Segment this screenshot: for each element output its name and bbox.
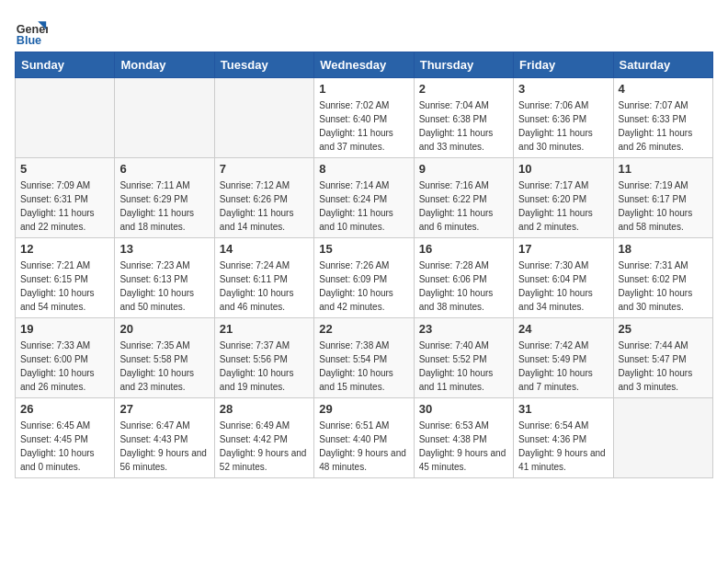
day-info: Sunrise: 6:54 AM Sunset: 4:36 PM Dayligh… (518, 419, 608, 474)
day-number: 23 (419, 322, 508, 336)
table-row: 10Sunrise: 7:17 AM Sunset: 6:20 PM Dayli… (514, 158, 613, 238)
day-info: Sunrise: 7:09 AM Sunset: 6:31 PM Dayligh… (20, 178, 109, 234)
day-info: Sunrise: 7:17 AM Sunset: 6:20 PM Dayligh… (518, 178, 608, 234)
day-info: Sunrise: 6:49 AM Sunset: 4:42 PM Dayligh… (220, 419, 309, 474)
table-row: 30Sunrise: 6:53 AM Sunset: 4:38 PM Dayli… (414, 398, 513, 478)
table-row: 24Sunrise: 7:42 AM Sunset: 5:49 PM Dayli… (514, 318, 613, 398)
day-info: Sunrise: 7:11 AM Sunset: 6:29 PM Dayligh… (119, 178, 209, 234)
logo: General Blue (15, 15, 51, 48)
table-row: 5Sunrise: 7:09 AM Sunset: 6:31 PM Daylig… (16, 158, 115, 238)
logo-icon: General Blue (15, 15, 48, 48)
calendar-week-row: 1Sunrise: 7:02 AM Sunset: 6:40 PM Daylig… (16, 78, 713, 158)
day-info: Sunrise: 7:23 AM Sunset: 6:13 PM Dayligh… (119, 259, 209, 314)
page-header: General Blue (15, 15, 713, 48)
day-number: 26 (20, 402, 109, 416)
table-row: 17Sunrise: 7:30 AM Sunset: 6:04 PM Dayli… (514, 238, 613, 318)
day-number: 31 (518, 402, 608, 416)
day-number: 13 (119, 242, 209, 256)
svg-text:Blue: Blue (17, 34, 41, 47)
day-number: 6 (119, 162, 209, 176)
table-row: 11Sunrise: 7:19 AM Sunset: 6:17 PM Dayli… (613, 158, 712, 238)
day-number: 29 (319, 402, 408, 416)
day-number: 9 (419, 162, 508, 176)
day-number: 1 (319, 82, 408, 96)
day-number: 4 (619, 82, 708, 96)
day-info: Sunrise: 7:33 AM Sunset: 6:00 PM Dayligh… (20, 339, 109, 394)
day-info: Sunrise: 7:14 AM Sunset: 6:24 PM Dayligh… (319, 178, 408, 234)
table-row: 28Sunrise: 6:49 AM Sunset: 4:42 PM Dayli… (214, 398, 313, 478)
calendar-week-row: 5Sunrise: 7:09 AM Sunset: 6:31 PM Daylig… (16, 158, 713, 238)
day-info: Sunrise: 7:26 AM Sunset: 6:09 PM Dayligh… (319, 259, 408, 314)
table-row: 6Sunrise: 7:11 AM Sunset: 6:29 PM Daylig… (115, 158, 214, 238)
header-row: SundayMondayTuesdayWednesdayThursdayFrid… (16, 52, 713, 78)
calendar-week-row: 19Sunrise: 7:33 AM Sunset: 6:00 PM Dayli… (16, 318, 713, 398)
day-info: Sunrise: 7:16 AM Sunset: 6:22 PM Dayligh… (419, 178, 508, 234)
day-header-sunday: Sunday (16, 52, 115, 78)
table-row: 27Sunrise: 6:47 AM Sunset: 4:43 PM Dayli… (115, 398, 214, 478)
day-number: 12 (20, 242, 109, 256)
day-header-tuesday: Tuesday (214, 52, 313, 78)
day-number: 3 (518, 82, 608, 96)
day-number: 17 (518, 242, 608, 256)
day-info: Sunrise: 7:30 AM Sunset: 6:04 PM Dayligh… (518, 259, 608, 314)
day-info: Sunrise: 7:38 AM Sunset: 5:54 PM Dayligh… (319, 339, 408, 394)
table-row: 14Sunrise: 7:24 AM Sunset: 6:11 PM Dayli… (214, 238, 313, 318)
table-row (613, 398, 712, 478)
table-row: 12Sunrise: 7:21 AM Sunset: 6:15 PM Dayli… (16, 238, 115, 318)
table-row (214, 78, 313, 158)
table-row: 31Sunrise: 6:54 AM Sunset: 4:36 PM Dayli… (514, 398, 613, 478)
day-header-saturday: Saturday (613, 52, 712, 78)
day-info: Sunrise: 7:04 AM Sunset: 6:38 PM Dayligh… (419, 98, 508, 154)
day-number: 10 (518, 162, 608, 176)
day-info: Sunrise: 7:35 AM Sunset: 5:58 PM Dayligh… (119, 339, 209, 394)
day-number: 14 (220, 242, 309, 256)
table-row: 22Sunrise: 7:38 AM Sunset: 5:54 PM Dayli… (314, 318, 414, 398)
table-row (16, 78, 115, 158)
day-header-wednesday: Wednesday (314, 52, 414, 78)
day-info: Sunrise: 7:19 AM Sunset: 6:17 PM Dayligh… (619, 178, 708, 234)
day-info: Sunrise: 7:06 AM Sunset: 6:36 PM Dayligh… (518, 98, 608, 154)
day-number: 22 (319, 322, 408, 336)
table-row: 15Sunrise: 7:26 AM Sunset: 6:09 PM Dayli… (314, 238, 414, 318)
day-info: Sunrise: 6:45 AM Sunset: 4:45 PM Dayligh… (20, 419, 109, 474)
day-info: Sunrise: 7:31 AM Sunset: 6:02 PM Dayligh… (619, 259, 708, 314)
table-row: 1Sunrise: 7:02 AM Sunset: 6:40 PM Daylig… (314, 78, 414, 158)
table-row: 9Sunrise: 7:16 AM Sunset: 6:22 PM Daylig… (414, 158, 513, 238)
day-info: Sunrise: 6:51 AM Sunset: 4:40 PM Dayligh… (319, 419, 408, 474)
table-row: 25Sunrise: 7:44 AM Sunset: 5:47 PM Dayli… (613, 318, 712, 398)
table-row: 20Sunrise: 7:35 AM Sunset: 5:58 PM Dayli… (115, 318, 214, 398)
table-row: 29Sunrise: 6:51 AM Sunset: 4:40 PM Dayli… (314, 398, 414, 478)
day-info: Sunrise: 7:02 AM Sunset: 6:40 PM Dayligh… (319, 98, 408, 154)
table-row: 4Sunrise: 7:07 AM Sunset: 6:33 PM Daylig… (613, 78, 712, 158)
day-info: Sunrise: 7:44 AM Sunset: 5:47 PM Dayligh… (619, 339, 708, 394)
day-header-thursday: Thursday (414, 52, 513, 78)
day-header-monday: Monday (115, 52, 214, 78)
day-number: 11 (619, 162, 708, 176)
table-row: 8Sunrise: 7:14 AM Sunset: 6:24 PM Daylig… (314, 158, 414, 238)
day-info: Sunrise: 6:53 AM Sunset: 4:38 PM Dayligh… (419, 419, 508, 474)
table-row: 21Sunrise: 7:37 AM Sunset: 5:56 PM Dayli… (214, 318, 313, 398)
day-header-friday: Friday (514, 52, 613, 78)
day-info: Sunrise: 7:37 AM Sunset: 5:56 PM Dayligh… (220, 339, 309, 394)
day-info: Sunrise: 7:28 AM Sunset: 6:06 PM Dayligh… (419, 259, 508, 314)
day-number: 27 (119, 402, 209, 416)
day-number: 5 (20, 162, 109, 176)
table-row: 2Sunrise: 7:04 AM Sunset: 6:38 PM Daylig… (414, 78, 513, 158)
day-number: 21 (220, 322, 309, 336)
day-number: 16 (419, 242, 508, 256)
table-row: 19Sunrise: 7:33 AM Sunset: 6:00 PM Dayli… (16, 318, 115, 398)
day-info: Sunrise: 7:12 AM Sunset: 6:26 PM Dayligh… (220, 178, 309, 234)
day-info: Sunrise: 7:42 AM Sunset: 5:49 PM Dayligh… (518, 339, 608, 394)
day-number: 25 (619, 322, 708, 336)
day-number: 28 (220, 402, 309, 416)
table-row (115, 78, 214, 158)
day-info: Sunrise: 7:24 AM Sunset: 6:11 PM Dayligh… (220, 259, 309, 314)
table-row: 18Sunrise: 7:31 AM Sunset: 6:02 PM Dayli… (613, 238, 712, 318)
calendar-week-row: 12Sunrise: 7:21 AM Sunset: 6:15 PM Dayli… (16, 238, 713, 318)
day-number: 8 (319, 162, 408, 176)
day-info: Sunrise: 7:40 AM Sunset: 5:52 PM Dayligh… (419, 339, 508, 394)
calendar-table: SundayMondayTuesdayWednesdayThursdayFrid… (15, 52, 713, 478)
calendar-week-row: 26Sunrise: 6:45 AM Sunset: 4:45 PM Dayli… (16, 398, 713, 478)
day-number: 20 (119, 322, 209, 336)
day-number: 7 (220, 162, 309, 176)
